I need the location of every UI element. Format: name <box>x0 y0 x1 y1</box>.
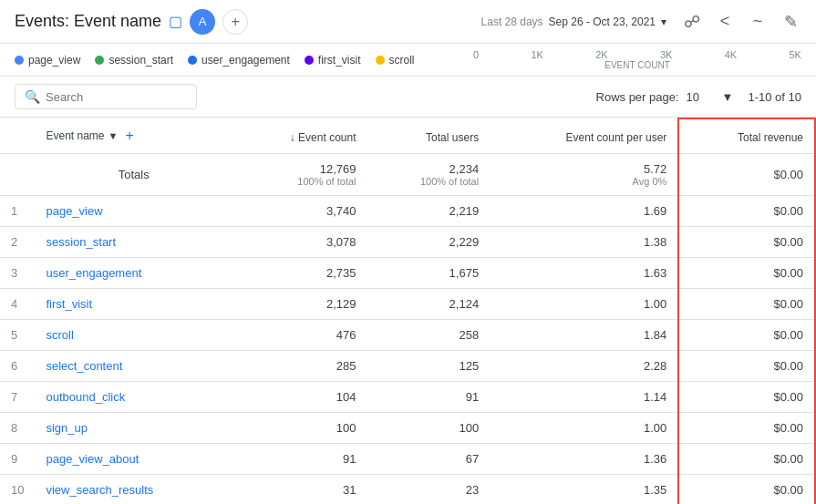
th-event-count: ↓ Event count <box>232 118 367 154</box>
cell-event-count: 2,129 <box>232 289 367 320</box>
search-input[interactable] <box>46 90 187 104</box>
cell-total-users: 2,219 <box>367 196 491 227</box>
event-count-axis-label: EVENT COUNT <box>473 60 801 70</box>
rows-per-page: Rows per page: 10 25 50 ▼ <box>596 90 734 104</box>
cell-total-users: 1,675 <box>367 258 491 289</box>
cell-event-count: 2,735 <box>232 258 367 289</box>
x-label-2k: 2K <box>595 49 607 60</box>
rows-per-page-select[interactable]: 10 25 50 <box>687 90 715 104</box>
cell-event-name[interactable]: page_view_about <box>35 444 232 475</box>
x-label-5k: 5K <box>789 49 801 60</box>
table-row: 5 scroll 476 258 1.84 $0.00 <box>0 320 815 351</box>
cell-event-count-per-user: 1.36 <box>490 444 678 475</box>
th-total-revenue: Total revenue <box>678 118 815 154</box>
legend-dot-session-start <box>95 56 104 65</box>
th-row-num <box>0 118 35 154</box>
cell-event-count: 31 <box>232 475 367 505</box>
cell-total-revenue: $0.00 <box>678 413 815 444</box>
legend-label-scroll: scroll <box>389 54 415 67</box>
table-row: 6 select_content 285 125 2.28 $0.00 <box>0 351 815 382</box>
cell-event-count: 104 <box>232 382 367 413</box>
totals-label: Totals <box>35 154 232 196</box>
cell-event-name[interactable]: sign_up <box>35 413 232 444</box>
cell-event-name[interactable]: first_visit <box>35 289 232 320</box>
cell-event-count-per-user: 1.00 <box>490 289 678 320</box>
totals-event-count-per-user: 5.72 Avg 0% <box>490 154 678 196</box>
sort-arrow-icon[interactable]: ▼ <box>108 130 119 141</box>
x-label-0: 0 <box>473 49 479 60</box>
cell-row-num: 1 <box>0 196 35 227</box>
cell-row-num: 9 <box>0 444 35 475</box>
legend-item-scroll: scroll <box>376 54 415 67</box>
cell-row-num: 5 <box>0 320 35 351</box>
cell-total-users: 100 <box>367 413 491 444</box>
toolbar: 🔍 Rows per page: 10 25 50 ▼ 1-10 of 10 <box>0 77 816 118</box>
trend-icon[interactable]: ~ <box>747 11 769 33</box>
avatar[interactable]: A <box>190 9 215 35</box>
report-icon[interactable]: ☍ <box>681 11 703 33</box>
cell-row-num: 3 <box>0 258 35 289</box>
legend-dot-scroll <box>376 56 385 65</box>
date-range-label: Last 28 days <box>481 15 543 28</box>
cell-event-count: 3,740 <box>232 196 367 227</box>
x-label-3k: 3K <box>660 49 672 60</box>
legend-label-first-visit: first_visit <box>318 54 361 67</box>
table-row: 4 first_visit 2,129 2,124 1.00 $0.00 <box>0 289 815 320</box>
cell-event-name[interactable]: select_content <box>35 351 232 382</box>
table-row: 8 sign_up 100 100 1.00 $0.00 <box>0 413 815 444</box>
cell-event-count-per-user: 2.28 <box>490 351 678 382</box>
cell-event-name[interactable]: page_view <box>35 196 232 227</box>
date-range-chevron: ▾ <box>661 15 666 28</box>
cell-event-name[interactable]: scroll <box>35 320 232 351</box>
th-total-users: Total users <box>367 118 491 154</box>
cell-total-revenue: $0.00 <box>678 351 815 382</box>
cell-event-count-per-user: 1.38 <box>490 227 678 258</box>
legend-label-session-start: session_start <box>108 54 173 67</box>
table-row: 10 view_search_results 31 23 1.35 $0.00 <box>0 475 815 505</box>
table-row: 9 page_view_about 91 67 1.36 $0.00 <box>0 444 815 475</box>
cell-total-users: 23 <box>367 475 491 505</box>
rows-per-page-chevron: ▼ <box>722 90 734 104</box>
totals-row-num <box>0 154 35 196</box>
rows-per-page-label: Rows per page: <box>596 90 679 104</box>
cell-event-name[interactable]: user_engagement <box>35 258 232 289</box>
cell-total-users: 258 <box>367 320 491 351</box>
search-box[interactable]: 🔍 <box>15 84 197 109</box>
legend-dot-user-engagement <box>188 56 197 65</box>
date-range-selector[interactable]: Last 28 days Sep 26 - Oct 23, 2021 ▾ <box>481 15 666 28</box>
cell-event-count-per-user: 1.14 <box>490 382 678 413</box>
cell-event-name[interactable]: outbound_click <box>35 382 232 413</box>
cell-event-count-per-user: 1.63 <box>490 258 678 289</box>
header: Events: Event name ▢ A + Last 28 days Se… <box>0 0 816 44</box>
totals-row: Totals 12,769 100% of total 2,234 100% o… <box>0 154 815 196</box>
legend-dot-first-visit <box>305 56 314 65</box>
th-event-name: Event name ▼ + <box>35 118 232 154</box>
totals-total-users: 2,234 100% of total <box>367 154 491 196</box>
cell-total-revenue: $0.00 <box>678 475 815 505</box>
cell-event-count: 285 <box>232 351 367 382</box>
legend-item-session-start: session_start <box>95 54 173 67</box>
cell-total-revenue: $0.00 <box>678 227 815 258</box>
save-icon[interactable]: ▢ <box>169 13 182 30</box>
table-row: 2 session_start 3,078 2,229 1.38 $0.00 <box>0 227 815 258</box>
search-icon: 🔍 <box>25 89 40 104</box>
add-column-button[interactable]: + <box>125 128 133 144</box>
cell-total-revenue: $0.00 <box>678 289 815 320</box>
legend-item-page-view: page_view <box>15 54 80 67</box>
cell-event-name[interactable]: session_start <box>35 227 232 258</box>
cell-total-users: 67 <box>367 444 491 475</box>
add-button[interactable]: + <box>222 9 248 35</box>
header-actions: ☍ < ~ ✎ <box>681 11 801 33</box>
cell-total-users: 125 <box>367 351 491 382</box>
share-icon[interactable]: < <box>714 11 736 33</box>
edit-icon[interactable]: ✎ <box>780 11 801 33</box>
table-row: 1 page_view 3,740 2,219 1.69 $0.00 <box>0 196 815 227</box>
cell-total-revenue: $0.00 <box>678 196 815 227</box>
legend-label-user-engagement: user_engagement <box>201 54 290 67</box>
cell-row-num: 6 <box>0 351 35 382</box>
x-label-1k: 1K <box>531 49 542 60</box>
table-row: 7 outbound_click 104 91 1.14 $0.00 <box>0 382 815 413</box>
cell-event-count-per-user: 1.84 <box>490 320 678 351</box>
th-event-name-label: Event name <box>46 129 104 142</box>
cell-event-name[interactable]: view_search_results <box>35 475 232 505</box>
